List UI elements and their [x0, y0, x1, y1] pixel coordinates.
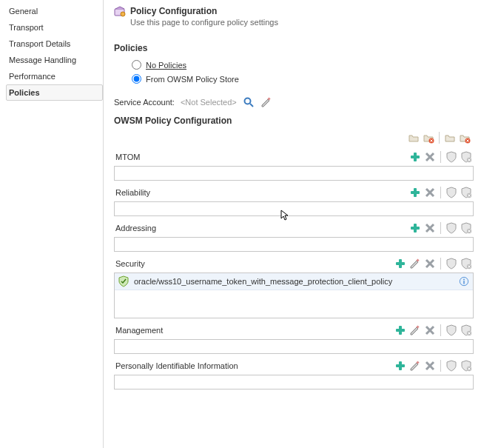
radio-from-owsm-input[interactable]: [132, 74, 141, 84]
separator: [439, 132, 440, 144]
sidebar-item-label: Performance: [9, 72, 56, 81]
sidebar-item-label: Transport Details: [9, 39, 70, 48]
separator: [440, 187, 441, 198]
category-box: oracle/wss10_username_token_with_message…: [114, 273, 474, 318]
add-icon[interactable]: [409, 151, 421, 163]
shield-remove-icon[interactable]: [460, 151, 472, 163]
add-icon[interactable]: [409, 222, 421, 234]
shield-remove-icon[interactable]: [460, 258, 472, 270]
svg-rect-19: [411, 191, 420, 194]
shield-icon[interactable]: [445, 360, 457, 372]
category-box: [114, 237, 474, 252]
sidebar-item-transport-details[interactable]: Transport Details: [6, 36, 103, 52]
browse-icon[interactable]: [243, 96, 255, 108]
add-icon[interactable]: [394, 324, 406, 336]
folder-icon[interactable]: [408, 132, 420, 144]
svg-line-3: [250, 104, 253, 107]
delete-icon[interactable]: [424, 151, 436, 163]
folder-remove-icon[interactable]: [423, 132, 434, 144]
page-subtitle: Use this page to configure policy settin…: [130, 18, 278, 27]
sidebar-item-transport[interactable]: Transport: [6, 19, 103, 36]
owsm-heading: OWSM Policy Configuration: [114, 116, 474, 126]
category-actions: [394, 258, 472, 270]
category-title: Addressing: [115, 224, 156, 233]
separator: [440, 324, 441, 336]
category-title: Personally Identifiable Information: [115, 361, 238, 370]
edit-icon[interactable]: [260, 96, 272, 108]
category-title: Management: [115, 326, 163, 335]
shield-remove-icon[interactable]: [460, 222, 472, 234]
radio-no-policies-input[interactable]: [132, 60, 141, 70]
svg-rect-33: [396, 262, 405, 265]
policy-config-icon: [114, 6, 126, 19]
category-box: [114, 375, 474, 390]
shield-icon[interactable]: [445, 258, 457, 270]
category-management: Management: [114, 324, 474, 354]
add-icon[interactable]: [394, 258, 406, 270]
category-title: Security: [115, 259, 145, 268]
policy-name: oracle/wss10_username_token_with_message…: [134, 277, 454, 286]
category-actions: [409, 222, 472, 234]
delete-icon[interactable]: [424, 187, 436, 198]
delete-icon[interactable]: [424, 258, 436, 270]
folder-alt-icon[interactable]: [444, 132, 456, 144]
shield-remove-icon[interactable]: [460, 324, 472, 336]
category-mtom: MTOM: [114, 151, 474, 181]
service-account-label: Service Account:: [114, 98, 175, 107]
category-box: [114, 166, 474, 181]
svg-rect-52: [396, 364, 405, 367]
sidebar-item-message-handling[interactable]: Message Handling: [6, 52, 103, 68]
add-icon[interactable]: [409, 187, 421, 198]
service-account-value: <Not Selected>: [181, 98, 237, 107]
category-actions: [409, 151, 472, 163]
delete-icon[interactable]: [424, 360, 436, 372]
svg-rect-44: [396, 329, 405, 332]
svg-rect-12: [411, 156, 420, 158]
policy-row[interactable]: oracle/wss10_username_token_with_message…: [115, 273, 473, 290]
category-title: Reliability: [115, 188, 150, 197]
sidebar-item-general[interactable]: General: [6, 3, 103, 19]
shield-ok-icon: [118, 275, 130, 287]
svg-rect-41: [463, 281, 464, 284]
shield-remove-icon[interactable]: [460, 187, 472, 198]
separator: [440, 258, 441, 270]
main-panel: Policy Configuration Use this page to co…: [104, 0, 481, 448]
sidebar-item-label: General: [9, 7, 38, 16]
sidebar: General Transport Transport Details Mess…: [0, 0, 104, 448]
category-title: MTOM: [115, 153, 140, 161]
sidebar-item-performance[interactable]: Performance: [6, 68, 103, 84]
edit-icon[interactable]: [409, 258, 421, 270]
separator: [440, 151, 441, 163]
shield-icon[interactable]: [445, 187, 457, 198]
info-icon[interactable]: [458, 275, 470, 287]
separator: [440, 360, 441, 372]
sidebar-item-policies[interactable]: Policies: [6, 84, 103, 101]
owsm-top-toolbar: [114, 130, 474, 145]
radio-from-owsm[interactable]: From OWSM Policy Store: [114, 72, 474, 86]
category-pii: Personally Identifiable Information: [114, 360, 474, 390]
svg-rect-26: [411, 227, 420, 230]
delete-icon[interactable]: [424, 324, 436, 336]
svg-point-2: [244, 98, 250, 104]
policies-heading: Policies: [114, 43, 474, 53]
edit-icon[interactable]: [409, 360, 421, 372]
edit-icon[interactable]: [409, 324, 421, 336]
add-icon[interactable]: [394, 360, 406, 372]
delete-icon[interactable]: [424, 222, 436, 234]
folder-alt-remove-icon[interactable]: [459, 132, 471, 144]
category-actions: [394, 360, 472, 372]
category-security: Securityoracle/wss10_username_token_with…: [114, 258, 474, 318]
shield-icon[interactable]: [445, 151, 457, 163]
category-box: [114, 339, 474, 354]
shield-icon[interactable]: [445, 222, 457, 234]
sidebar-item-label: Transport: [9, 23, 44, 32]
radio-no-policies[interactable]: No Policies: [114, 58, 474, 72]
category-box: [114, 201, 474, 216]
category-reliability: Reliability: [114, 187, 474, 216]
radio-no-policies-label[interactable]: No Policies: [146, 61, 186, 70]
category-actions: [394, 324, 472, 336]
shield-icon[interactable]: [445, 324, 457, 336]
sidebar-item-label: Policies: [9, 88, 40, 97]
radio-from-owsm-label[interactable]: From OWSM Policy Store: [146, 75, 239, 84]
shield-remove-icon[interactable]: [460, 360, 472, 372]
